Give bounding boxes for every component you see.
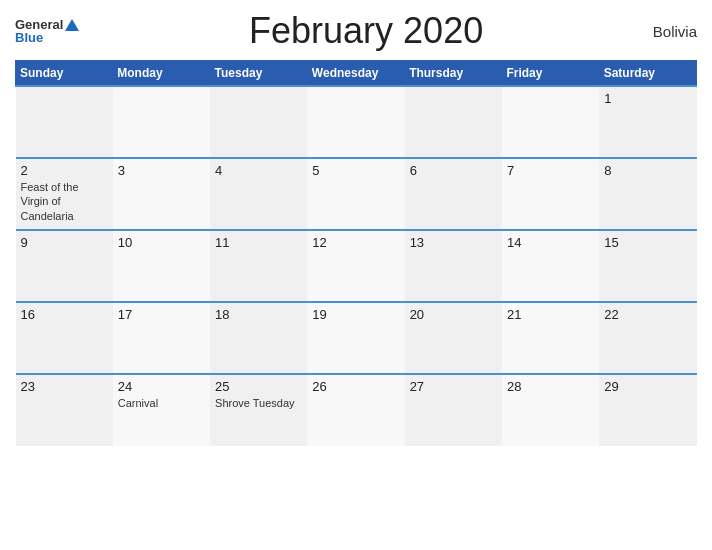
weekday-header-tuesday: Tuesday [210, 61, 307, 87]
calendar-cell: 18 [210, 302, 307, 374]
day-number: 22 [604, 307, 691, 322]
calendar-cell: 28 [502, 374, 599, 446]
day-number: 18 [215, 307, 302, 322]
day-number: 13 [410, 235, 497, 250]
calendar-cell: 19 [307, 302, 404, 374]
calendar-cell: 29 [599, 374, 696, 446]
day-number: 15 [604, 235, 691, 250]
calendar-cell: 23 [16, 374, 113, 446]
calendar-cell: 20 [405, 302, 502, 374]
weekday-header-row: SundayMondayTuesdayWednesdayThursdayFrid… [16, 61, 697, 87]
day-number: 11 [215, 235, 302, 250]
month-title: February 2020 [249, 10, 483, 52]
calendar-cell: 13 [405, 230, 502, 302]
calendar-cell: 26 [307, 374, 404, 446]
day-number: 20 [410, 307, 497, 322]
calendar-cell: 25Shrove Tuesday [210, 374, 307, 446]
calendar-cell: 10 [113, 230, 210, 302]
calendar-cell: 17 [113, 302, 210, 374]
calendar-week-1: 1 [16, 86, 697, 158]
calendar-cell: 5 [307, 158, 404, 230]
day-number: 29 [604, 379, 691, 394]
calendar-cell: 6 [405, 158, 502, 230]
weekday-header-saturday: Saturday [599, 61, 696, 87]
day-number: 9 [21, 235, 108, 250]
day-number: 21 [507, 307, 594, 322]
calendar-cell: 22 [599, 302, 696, 374]
day-number: 27 [410, 379, 497, 394]
weekday-header-thursday: Thursday [405, 61, 502, 87]
calendar-cell: 7 [502, 158, 599, 230]
calendar-cell: 27 [405, 374, 502, 446]
calendar-header: General Blue February 2020 Bolivia [15, 10, 697, 52]
day-number: 25 [215, 379, 302, 394]
day-number: 6 [410, 163, 497, 178]
day-number: 23 [21, 379, 108, 394]
calendar-week-2: 2Feast of the Virgin of Candelaria345678 [16, 158, 697, 230]
calendar-cell [113, 86, 210, 158]
calendar-cell: 14 [502, 230, 599, 302]
day-number: 19 [312, 307, 399, 322]
day-number: 7 [507, 163, 594, 178]
day-number: 26 [312, 379, 399, 394]
weekday-header-monday: Monday [113, 61, 210, 87]
calendar-cell: 4 [210, 158, 307, 230]
day-number: 8 [604, 163, 691, 178]
logo-triangle-icon [65, 19, 79, 31]
calendar-cell: 21 [502, 302, 599, 374]
event-text: Feast of the Virgin of Candelaria [21, 181, 79, 222]
country-label: Bolivia [653, 23, 697, 40]
calendar-cell [16, 86, 113, 158]
day-number: 12 [312, 235, 399, 250]
day-number: 1 [604, 91, 691, 106]
day-number: 14 [507, 235, 594, 250]
day-number: 28 [507, 379, 594, 394]
day-number: 10 [118, 235, 205, 250]
calendar-cell: 24Carnival [113, 374, 210, 446]
calendar-week-5: 2324Carnival25Shrove Tuesday26272829 [16, 374, 697, 446]
calendar-week-3: 9101112131415 [16, 230, 697, 302]
calendar-cell [210, 86, 307, 158]
logo: General Blue [15, 18, 79, 44]
logo-blue-text: Blue [15, 31, 79, 44]
event-text: Shrove Tuesday [215, 397, 295, 409]
day-number: 17 [118, 307, 205, 322]
calendar-cell: 12 [307, 230, 404, 302]
day-number: 24 [118, 379, 205, 394]
day-number: 5 [312, 163, 399, 178]
calendar-cell [502, 86, 599, 158]
calendar-table: SundayMondayTuesdayWednesdayThursdayFrid… [15, 60, 697, 446]
calendar-cell: 9 [16, 230, 113, 302]
calendar-container: General Blue February 2020 Bolivia Sunda… [0, 0, 712, 550]
calendar-cell: 3 [113, 158, 210, 230]
day-number: 16 [21, 307, 108, 322]
event-text: Carnival [118, 397, 158, 409]
calendar-cell: 15 [599, 230, 696, 302]
weekday-header-wednesday: Wednesday [307, 61, 404, 87]
calendar-cell: 8 [599, 158, 696, 230]
calendar-cell [405, 86, 502, 158]
calendar-cell: 11 [210, 230, 307, 302]
day-number: 2 [21, 163, 108, 178]
day-number: 4 [215, 163, 302, 178]
calendar-week-4: 16171819202122 [16, 302, 697, 374]
weekday-header-friday: Friday [502, 61, 599, 87]
calendar-cell: 1 [599, 86, 696, 158]
weekday-header-sunday: Sunday [16, 61, 113, 87]
calendar-cell: 16 [16, 302, 113, 374]
calendar-cell: 2Feast of the Virgin of Candelaria [16, 158, 113, 230]
day-number: 3 [118, 163, 205, 178]
calendar-cell [307, 86, 404, 158]
